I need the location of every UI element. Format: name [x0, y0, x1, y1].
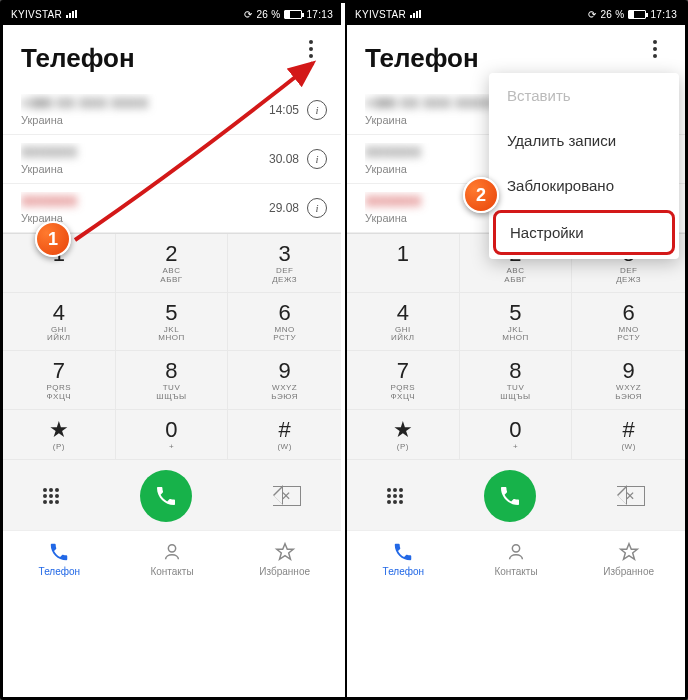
info-icon[interactable]: i: [307, 100, 327, 120]
call-number: +380 XX XXX XXXX: [21, 95, 148, 111]
status-bar: KYIVSTAR ⟳ 26 % 17:13: [347, 3, 685, 25]
phone-tab-icon: [48, 541, 70, 563]
menu-blocked[interactable]: Заблокировано: [489, 163, 679, 208]
dialpad-key-#[interactable]: #(W): [572, 410, 685, 460]
phone-tab-icon: [392, 541, 414, 563]
dialpad-key-4[interactable]: 4GHIИЙКЛ: [3, 293, 116, 352]
call-button[interactable]: [484, 470, 536, 522]
call-number: XXXXXX: [365, 193, 421, 209]
backspace-button[interactable]: ✕: [617, 486, 645, 506]
keypad-toggle-icon[interactable]: [387, 488, 403, 504]
header: Телефон: [3, 25, 341, 86]
nav-label: Контакты: [494, 566, 537, 577]
phone-screen-right: KYIVSTAR ⟳ 26 % 17:13 Телефон Вставить У…: [345, 3, 685, 697]
dialpad-key-★[interactable]: ★(P): [347, 410, 460, 460]
nav-phone[interactable]: Телефон: [347, 531, 460, 588]
phone-icon: [498, 484, 522, 508]
nav-phone[interactable]: Телефон: [3, 531, 116, 588]
call-number: +380 XX XXX XXXX: [365, 95, 492, 111]
call-region: Украина: [21, 114, 269, 126]
dialpad-key-7[interactable]: 7PQRSФХЦЧ: [347, 351, 460, 410]
phone-icon: [154, 484, 178, 508]
call-number: XXXXXX: [365, 144, 421, 160]
dialpad-key-3[interactable]: 3DEFДЕЖЗ: [228, 234, 341, 293]
dialpad-key-★[interactable]: ★(P): [3, 410, 116, 460]
dialpad-key-#[interactable]: #(W): [228, 410, 341, 460]
call-time: 14:05: [269, 103, 299, 117]
contacts-icon: [161, 541, 183, 563]
nav-label: Телефон: [39, 566, 80, 577]
dialpad: 1 2ABCАБВГ3DEFДЕЖЗ4GHIИЙКЛ5JKLМНОП6MNOРС…: [3, 233, 341, 460]
contacts-icon: [505, 541, 527, 563]
dialpad-key-0[interactable]: 0+: [116, 410, 229, 460]
signal-icon: [66, 10, 78, 18]
kebab-icon: [653, 40, 657, 58]
nav-contacts[interactable]: Контакты: [116, 531, 229, 588]
dialpad-key-0[interactable]: 0+: [460, 410, 573, 460]
dialpad-key-7[interactable]: 7PQRSФХЦЧ: [3, 351, 116, 410]
dialpad-key-5[interactable]: 5JKLМНОП: [460, 293, 573, 352]
info-icon[interactable]: i: [307, 149, 327, 169]
clock: 17:13: [306, 9, 333, 20]
call-region: Украина: [21, 163, 269, 175]
dialpad-controls: ✕: [347, 460, 685, 530]
call-time: 30.08: [269, 152, 299, 166]
nav-favorites[interactable]: Избранное: [572, 531, 685, 588]
clock: 17:13: [650, 9, 677, 20]
battery-icon: [628, 10, 646, 19]
dialpad: 1 2ABCАБВГ3DEFДЕЖЗ4GHIИЙКЛ5JKLМНОП6MNOРС…: [347, 233, 685, 460]
battery-icon: [284, 10, 302, 19]
page-title: Телефон: [21, 43, 135, 74]
call-row[interactable]: +380 XX XXX XXXX Украина 14:05 i: [3, 86, 341, 135]
x-icon: ✕: [281, 489, 291, 503]
bottom-nav: Телефон Контакты Избранное: [3, 530, 341, 588]
keypad-toggle-icon[interactable]: [43, 488, 59, 504]
phone-screen-left: KYIVSTAR ⟳ 26 % 17:13 Телефон +380 XX XX…: [3, 3, 341, 697]
rotate-icon: ⟳: [588, 9, 596, 20]
carrier-label: KYIVSTAR: [11, 9, 62, 20]
call-number: XXXXXX: [21, 193, 77, 209]
nav-contacts[interactable]: Контакты: [460, 531, 573, 588]
bottom-nav: Телефон Контакты Избранное: [347, 530, 685, 588]
dialpad-key-5[interactable]: 5JKLМНОП: [116, 293, 229, 352]
dialpad-key-1[interactable]: 1: [347, 234, 460, 293]
dialpad-key-4[interactable]: 4GHIИЙКЛ: [347, 293, 460, 352]
info-icon[interactable]: i: [307, 198, 327, 218]
status-bar: KYIVSTAR ⟳ 26 % 17:13: [3, 3, 341, 25]
overflow-menu: Вставить Удалить записи Заблокировано На…: [489, 73, 679, 259]
star-icon: [274, 541, 296, 563]
page-title: Телефон: [365, 43, 479, 74]
menu-paste: Вставить: [489, 73, 679, 118]
annotation-marker-2: 2: [463, 177, 499, 213]
menu-delete-records[interactable]: Удалить записи: [489, 118, 679, 163]
more-menu-button[interactable]: [643, 37, 667, 61]
more-menu-button[interactable]: [299, 37, 323, 61]
header: Телефон Вставить Удалить записи Заблокир…: [347, 25, 685, 86]
dialpad-key-9[interactable]: 9WXYZЬЭЮЯ: [228, 351, 341, 410]
backspace-button[interactable]: ✕: [273, 486, 301, 506]
rotate-icon: ⟳: [244, 9, 252, 20]
kebab-icon: [309, 40, 313, 58]
call-row[interactable]: XXXXXX Украина 30.08 i: [3, 135, 341, 184]
x-icon: ✕: [625, 489, 635, 503]
dialpad-key-2[interactable]: 2ABCАБВГ: [116, 234, 229, 293]
dialpad-key-6[interactable]: 6MNOРСТУ: [228, 293, 341, 352]
dialpad-key-9[interactable]: 9WXYZЬЭЮЯ: [572, 351, 685, 410]
annotation-marker-1: 1: [35, 221, 71, 257]
dialpad-key-8[interactable]: 8TUVШЩЪЫ: [460, 351, 573, 410]
dialpad-controls: ✕: [3, 460, 341, 530]
menu-settings[interactable]: Настройки: [493, 210, 675, 255]
dialpad-key-8[interactable]: 8TUVШЩЪЫ: [116, 351, 229, 410]
nav-label: Телефон: [383, 566, 424, 577]
nav-label: Избранное: [603, 566, 654, 577]
signal-icon: [410, 10, 422, 18]
star-icon: [618, 541, 640, 563]
nav-favorites[interactable]: Избранное: [228, 531, 341, 588]
call-log: +380 XX XXX XXXX Украина 14:05 i XXXXXX …: [3, 86, 341, 233]
battery-pct: 26 %: [256, 9, 280, 20]
call-number: XXXXXX: [21, 144, 77, 160]
battery-pct: 26 %: [600, 9, 624, 20]
call-button[interactable]: [140, 470, 192, 522]
carrier-label: KYIVSTAR: [355, 9, 406, 20]
dialpad-key-6[interactable]: 6MNOРСТУ: [572, 293, 685, 352]
